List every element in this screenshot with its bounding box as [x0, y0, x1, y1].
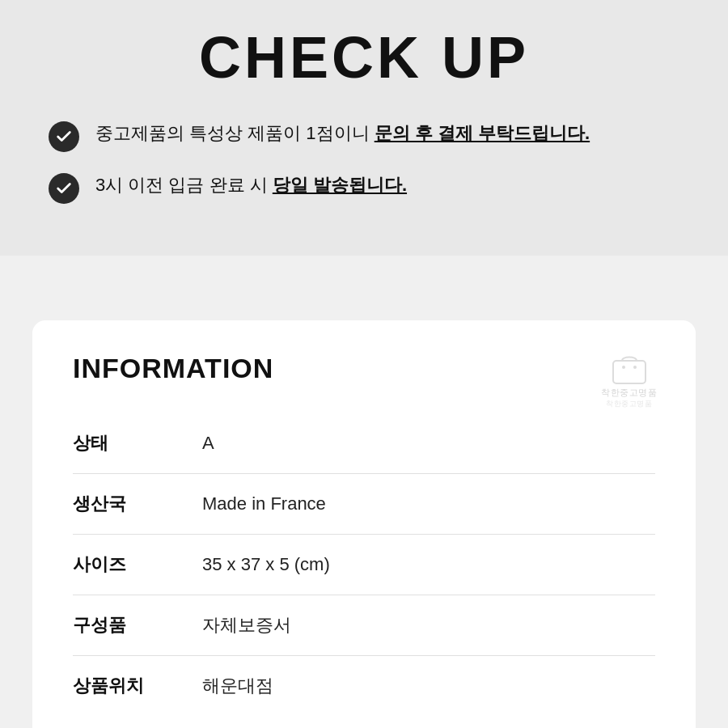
watermark-text: 착한중고명품	[601, 387, 657, 398]
info-row-value: 해운대점	[202, 674, 273, 698]
info-row-label: 사이즈	[73, 552, 154, 577]
info-row-value: 35 x 37 x 5 (cm)	[202, 554, 330, 575]
check-item-1: 중고제품의 특성상 제품이 1점이니 문의 후 결제 부탁드립니다.	[49, 120, 679, 152]
watermark-subtext: 착한중고명품	[606, 400, 652, 409]
check-text-2: 3시 이전 입금 완료 시 당일 발송됩니다.	[95, 171, 407, 198]
info-row-label: 구성품	[73, 613, 154, 637]
svg-point-2	[633, 366, 637, 369]
watermark: 착한중고명품 착한중고명품	[601, 349, 657, 409]
svg-rect-0	[613, 361, 645, 383]
info-card: INFORMATION 착한중고명품 착한중고명품 상태A생산국Made in …	[32, 320, 696, 728]
info-row: 상태A	[73, 413, 655, 474]
info-row: 사이즈35 x 37 x 5 (cm)	[73, 535, 655, 595]
info-row: 구성품자체보증서	[73, 595, 655, 656]
info-row-value: A	[202, 433, 214, 454]
middle-gap	[0, 256, 728, 320]
watermark-bag-icon	[609, 349, 650, 385]
info-row-value: Made in France	[202, 493, 326, 514]
info-row-label: 생산국	[73, 492, 154, 516]
check-text-1: 중고제품의 특성상 제품이 1점이니 문의 후 결제 부탁드립니다.	[95, 120, 590, 146]
info-row: 상품위치해운대점	[73, 656, 655, 716]
page-title: CHECK UP	[49, 24, 679, 91]
check-item-2: 3시 이전 입금 완료 시 당일 발송됩니다.	[49, 171, 679, 204]
info-row-label: 상품위치	[73, 674, 154, 698]
svg-point-1	[622, 366, 625, 369]
info-row: 생산국Made in France	[73, 474, 655, 535]
info-section: INFORMATION 착한중고명품 착한중고명품 상태A생산국Made in …	[0, 320, 728, 728]
checkmark-icon-2	[49, 173, 79, 204]
info-rows-container: 상태A생산국Made in France사이즈35 x 37 x 5 (cm)구…	[73, 413, 655, 716]
checkmark-icon-1	[49, 121, 79, 152]
info-row-value: 자체보증서	[202, 613, 291, 637]
info-row-label: 상태	[73, 431, 154, 455]
top-section: CHECK UP 중고제품의 특성상 제품이 1점이니 문의 후 결제 부탁드립…	[0, 0, 728, 256]
info-title: INFORMATION	[73, 353, 655, 384]
